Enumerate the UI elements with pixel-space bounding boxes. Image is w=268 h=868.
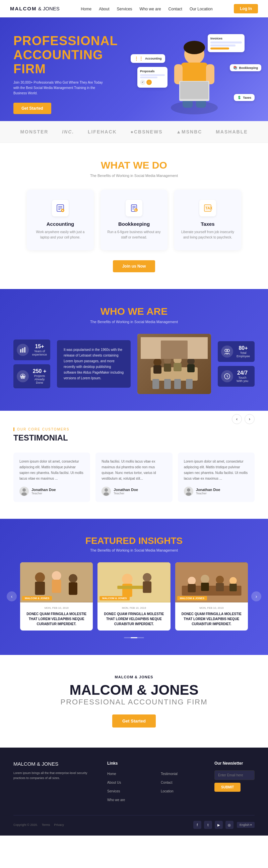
hero-title: PROFESSIONAL ACCOUNTING FIRM: [14, 34, 134, 76]
testimonial-header: OUR CORE CUSTOMERS TESTIMONIAL ‹ ›: [14, 428, 254, 453]
service-card-bookkeeping: $ Bookkeeping Run a 6-figure business wi…: [101, 190, 167, 250]
testimonial-next-button[interactable]: ›: [245, 414, 254, 424]
footer-privacy-link[interactable]: Privacy: [54, 823, 64, 827]
insights-scroll-indicator: [0, 637, 268, 638]
insight-date-2: MON, FEB 10, 2019: [102, 607, 166, 610]
footer-bottom-left: Copyright © 2020. Terms Privacy: [14, 823, 64, 827]
svg-rect-27: [24, 347, 25, 352]
social-instagram-icon[interactable]: ◎: [225, 821, 234, 829]
hero-illustration: ⋮⋮ Accounting 📚 Bookkeeping 💲 Taxes Invo…: [141, 34, 248, 114]
footer-links-list-2: Testimonial Contact Location: [161, 770, 201, 794]
footer-link-testimonial[interactable]: Testimonial: [161, 772, 178, 776]
testimonial-prev-button[interactable]: ‹: [232, 414, 242, 424]
svg-point-74: [188, 577, 196, 585]
footer-links-title: Links: [107, 761, 148, 766]
join-us-button[interactable]: Join us Now: [113, 260, 156, 272]
testimonial-label: OUR CORE CUSTOMERS: [14, 428, 69, 431]
svg-text:TAX: TAX: [205, 206, 212, 210]
insight-title-3: DONEC QUAM FRINGILLA MOLESTIE THAT LOREM…: [179, 612, 244, 626]
nav-links: Home About Services Who we are Contact O…: [81, 6, 213, 12]
support-svg: [224, 373, 231, 380]
who-we-are-section: WHO WE ARE The Benefits of Working in So…: [0, 289, 268, 411]
proposal-bar-1: [140, 74, 165, 76]
service-desc-accounting: Work anywhere easily with just a laptop …: [33, 229, 87, 240]
svg-text:$: $: [135, 209, 137, 212]
footer-link-who[interactable]: Who we are: [107, 798, 125, 802]
svg-point-60: [35, 572, 45, 582]
stat-text-support: 24/7 Touch With you: [237, 370, 248, 383]
footer-description: Lorem ipsum brings all the that enterpri…: [14, 771, 94, 781]
taxes-icon: TAX: [199, 200, 216, 216]
nav-services[interactable]: Services: [117, 7, 132, 11]
stat-support: 24/7 Touch With you: [218, 366, 254, 387]
footer-link-location[interactable]: Location: [161, 789, 173, 793]
footer-link-about[interactable]: About Us: [107, 781, 121, 784]
hero-cta-button[interactable]: Get Started: [14, 103, 51, 114]
social-youtube-icon[interactable]: ▶: [215, 821, 223, 829]
service-name-accounting: Accounting: [33, 221, 87, 227]
insight-brand-3: MALCOM & JONES: [177, 596, 207, 600]
footer-top: MALCOM & JONES Lorem ipsum brings all th…: [14, 761, 254, 805]
login-button[interactable]: Log In: [234, 4, 258, 13]
stat-text-employees: 80+ Total Employee: [237, 345, 250, 358]
testimonial-author-info-3: Jonathan Doe Teacher: [196, 488, 220, 495]
svg-point-55: [104, 492, 109, 496]
employees-svg: [224, 348, 231, 355]
testimonial-cards: Lorem ipsum dolor sit amet, consectetur …: [14, 453, 254, 502]
insights-prev-button[interactable]: ‹: [7, 591, 17, 601]
nav-home[interactable]: Home: [81, 7, 91, 11]
nav-contact[interactable]: Contact: [168, 7, 182, 11]
invoice-bar-1: [210, 41, 242, 43]
nav-who-we-are[interactable]: Who we are: [140, 7, 161, 11]
svg-point-77: [230, 577, 237, 584]
insights-next-button[interactable]: ›: [251, 591, 261, 601]
testimonial-section: OUR CORE CUSTOMERS TESTIMONIAL ‹ › Lorem…: [0, 411, 268, 519]
testimonial-card-3: Lorem ipsum dolor sit amet, consectetur …: [178, 453, 254, 502]
nav-about[interactable]: About: [99, 7, 109, 11]
footer: MALCOM & JONES Lorem ipsum brings all th…: [0, 748, 268, 836]
insight-card-3: MALCOM & JONES MON, FEB 10, 2019 DONEC Q…: [175, 562, 248, 630]
footer-link-home[interactable]: Home: [107, 772, 116, 776]
insight-body-2: MON, FEB 10, 2019 DONEC QUAM FRINGILLA M…: [98, 602, 170, 630]
newsletter-submit-button[interactable]: SUBMIT: [214, 783, 241, 792]
newsletter-email-input[interactable]: [214, 770, 254, 780]
testimonial-text-2: Nulla facilisi. Ut mollis lacus vitae ex…: [102, 459, 166, 481]
invoice-bar-3: [210, 48, 229, 50]
insights-title: FEATURED INSIGHTS: [14, 535, 254, 546]
testimonial-author-info-1: Jonathan Doe Teacher: [31, 488, 56, 495]
footer-language-selector[interactable]: English ▾: [237, 822, 254, 828]
invoices-badge: Invoices: [208, 34, 245, 52]
svg-point-58: [186, 492, 191, 496]
avatar-svg-3: [184, 487, 193, 496]
stat-projects: 250 + Projects Already Done: [14, 364, 50, 388]
nav-location[interactable]: Our Location: [190, 7, 213, 11]
svg-rect-63: [52, 580, 61, 593]
insight-card-1: MALCOM & JONES MON, FEB 10, 2019 DONEC Q…: [20, 562, 93, 630]
svg-rect-40: [164, 379, 171, 389]
insight-body-1: MON, FEB 10, 2019 DONEC QUAM FRINGILLA M…: [20, 602, 93, 630]
who-image-inner: [137, 334, 211, 394]
cta-get-started-button[interactable]: Get Started: [112, 714, 156, 727]
testimonial-author-3: Jonathan Doe Teacher: [184, 487, 248, 496]
svg-rect-39: [153, 379, 159, 389]
footer-bottom-right: f t ▶ ◎ English ▾: [193, 821, 254, 829]
svg-rect-44: [161, 341, 188, 359]
svg-point-57: [187, 488, 190, 492]
service-name-taxes: Taxes: [181, 221, 235, 227]
svg-point-9: [184, 41, 205, 54]
who-stats-right: 80+ Total Employee 24/7: [218, 341, 254, 387]
who-content: 15+ Years of experience 250 +: [14, 334, 254, 394]
testimonial-nav: ‹ ›: [232, 414, 254, 424]
social-twitter-icon[interactable]: t: [204, 821, 212, 829]
projects-svg: [20, 373, 26, 380]
proposals-badge: Proposals ✓ !: [137, 67, 167, 88]
footer-link-contact[interactable]: Contact: [161, 781, 172, 784]
footer-link-services[interactable]: Services: [107, 789, 120, 793]
brand-inc: Inc.: [62, 129, 74, 134]
who-stats-left: 15+ Years of experience 250 +: [14, 340, 50, 388]
social-facebook-icon[interactable]: f: [193, 821, 201, 829]
invoices-label: Invoices: [210, 37, 242, 40]
service-card-taxes: TAX Taxes Liberate yourself from job ins…: [174, 190, 241, 250]
footer-terms-link[interactable]: Terms: [42, 823, 50, 827]
insight-img-1: MALCOM & JONES: [20, 562, 93, 602]
